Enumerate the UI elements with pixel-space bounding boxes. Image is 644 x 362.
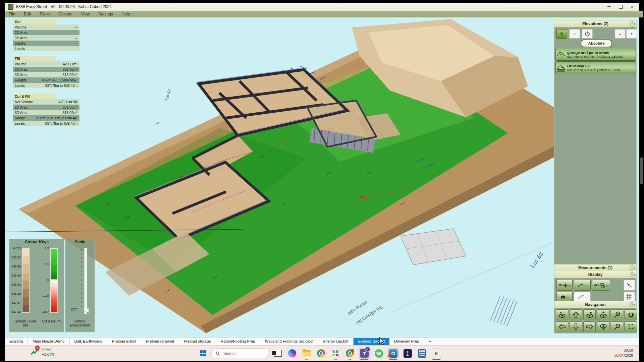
zoom-in-button[interactable] bbox=[611, 309, 623, 320]
start-button[interactable] bbox=[198, 348, 208, 359]
move-up-button[interactable]: ▲ bbox=[615, 29, 626, 39]
slope-profile-icon bbox=[578, 283, 584, 288]
toggle-elevation-button[interactable] bbox=[582, 29, 593, 39]
task-view-icon bbox=[274, 350, 282, 357]
minimize-button[interactable] bbox=[603, 3, 615, 10]
window-title: 6388 Easy Street - V9 - 09.03.26 - Kubla… bbox=[16, 4, 112, 9]
taskbar-clock[interactable]: 08:50 08/04/2026 bbox=[614, 348, 633, 358]
measurements-header[interactable]: Measurements (1) bbox=[554, 264, 636, 272]
menu-settings[interactable]: Settings bbox=[98, 12, 113, 16]
line-node-icon bbox=[626, 282, 632, 288]
add-tab-button[interactable]: + bbox=[424, 338, 436, 345]
clock-time: 08:50 bbox=[614, 348, 633, 353]
cut-fill-gradient bbox=[50, 248, 58, 313]
tab-radon-footing-prep[interactable]: Radon/Footing Prep bbox=[216, 338, 260, 345]
menu-view[interactable]: View bbox=[81, 12, 90, 16]
add-icon: + bbox=[560, 31, 564, 38]
chrome-profile-button[interactable] bbox=[344, 348, 356, 359]
menu-edit[interactable]: Edit bbox=[24, 12, 31, 16]
orbit-down-icon bbox=[599, 323, 607, 330]
teams-button[interactable]: T 4 bbox=[359, 348, 370, 359]
tab-interior-backfill[interactable]: Interior Backfill bbox=[318, 338, 353, 345]
tab-bulk-earthworks[interactable]: Bulk Earthworks bbox=[70, 338, 107, 345]
slack-button[interactable] bbox=[330, 348, 341, 359]
whatsapp-button[interactable]: ☎ bbox=[373, 348, 384, 359]
grid-icon bbox=[626, 294, 632, 300]
absolute-mode-badge[interactable]: Absolute bbox=[581, 40, 612, 47]
arrow-right-icon bbox=[586, 324, 593, 329]
collapse-display-icon[interactable] bbox=[630, 272, 635, 277]
display-header[interactable]: Display bbox=[554, 271, 636, 278]
menu-file[interactable]: File bbox=[9, 12, 15, 16]
display-linework-button[interactable] bbox=[624, 280, 635, 291]
search-icon bbox=[216, 351, 220, 356]
tab-preload-storage[interactable]: Preload storage bbox=[179, 338, 216, 345]
close-button[interactable]: × bbox=[626, 3, 638, 10]
orbit-right-button[interactable] bbox=[583, 309, 596, 320]
menu-colours[interactable]: Colours bbox=[58, 12, 72, 16]
restore-button[interactable] bbox=[615, 3, 626, 10]
pan-left-button[interactable] bbox=[556, 321, 568, 332]
viewport-3d[interactable]: Lot 48 Lot 50 SHED aen Kwan nd Design In… bbox=[5, 17, 639, 338]
tab-existing[interactable]: Existing bbox=[5, 338, 28, 345]
delete-elevation-button[interactable]: × bbox=[569, 29, 580, 39]
colour-keys-title: Colour Keys bbox=[9, 239, 64, 245]
zoom-out-button[interactable] bbox=[611, 321, 623, 332]
tab-main-house-demo[interactable]: Main House Demo bbox=[28, 338, 69, 345]
slider-thumb[interactable] bbox=[84, 308, 89, 313]
tab-preload-install[interactable]: Preload install bbox=[107, 338, 141, 345]
move-down-button[interactable]: ▼ bbox=[626, 29, 637, 39]
tab-preload-removal[interactable]: Preload removal bbox=[141, 338, 179, 345]
pan-up-button[interactable] bbox=[570, 309, 582, 320]
collapse-elevations-icon[interactable] bbox=[630, 21, 635, 26]
elevations-header[interactable]: Elevations (2) bbox=[554, 20, 636, 27]
elevation-layer-icon bbox=[556, 50, 566, 59]
expand-measurements-icon[interactable] bbox=[630, 265, 635, 270]
collapse-navigation-icon[interactable] bbox=[630, 302, 635, 307]
utility-app-button[interactable] bbox=[402, 348, 413, 359]
display-3d-mode-button[interactable]: 3D bbox=[556, 280, 573, 291]
add-elevation-button[interactable]: + bbox=[556, 29, 567, 39]
orbit-left-icon bbox=[558, 311, 566, 318]
tab-driveway-prep[interactable]: Driveway Prep bbox=[389, 338, 424, 345]
orbit-left-button[interactable] bbox=[556, 309, 568, 320]
slack-icon bbox=[331, 349, 339, 357]
chrome-button[interactable] bbox=[315, 348, 327, 359]
display-sections-button[interactable] bbox=[574, 280, 591, 291]
pan-down-button[interactable] bbox=[570, 321, 582, 332]
window-controls: × bbox=[603, 3, 638, 10]
kubla-cubed-button[interactable]: K bbox=[431, 348, 442, 359]
file-explorer-button[interactable] bbox=[301, 348, 312, 359]
orbit-up-button[interactable] bbox=[597, 309, 609, 320]
ground-levels-caption: Ground Levels (m) bbox=[12, 319, 39, 327]
menu-help[interactable]: Help bbox=[122, 12, 130, 16]
stock-change: +2.83% bbox=[42, 352, 55, 357]
cut-fill-stats-table: Cut & Fill Net Volume420.11m³ fill 2D Ar… bbox=[13, 94, 79, 126]
zoom-extents-button[interactable] bbox=[625, 309, 637, 320]
tab-walls-and-footings[interactable]: Walls and Footings (no calc) bbox=[260, 338, 319, 345]
display-all-layers-button[interactable]: ALL bbox=[592, 280, 610, 291]
lot-50-label: Lot 50 bbox=[529, 251, 545, 269]
zoom-window-button[interactable] bbox=[625, 321, 637, 332]
elevation-item-garage[interactable]: garage and patio areas 637.78m to 637.78… bbox=[555, 48, 636, 61]
search-input[interactable] bbox=[223, 351, 264, 356]
orbit-down-button[interactable] bbox=[597, 321, 609, 332]
pan-right-button[interactable] bbox=[583, 321, 596, 332]
vertical-exaggeration-slider[interactable] bbox=[84, 248, 87, 314]
fill-stats-title: Fill bbox=[13, 56, 56, 61]
copilot-button[interactable] bbox=[286, 348, 298, 359]
calculator-button[interactable] bbox=[416, 348, 428, 359]
windows-taskbar: 2 SPYG +2.83% T bbox=[5, 345, 639, 361]
navigation-header[interactable]: Navigation bbox=[554, 301, 636, 308]
outlook-button[interactable]: O bbox=[387, 348, 399, 359]
dropdown-chevron-icon bbox=[585, 284, 587, 286]
title-block-text-lines bbox=[490, 296, 517, 326]
taskbar-search[interactable] bbox=[211, 348, 269, 358]
elevation-item-driveway[interactable]: Driveway FG 639.11m to 639.58m | Offset … bbox=[555, 61, 636, 74]
menu-plans[interactable]: Plans bbox=[40, 12, 50, 16]
stock-widget[interactable]: 2 SPYG +2.83% bbox=[31, 347, 55, 357]
vertical-exaggeration-caption: Vertical Exaggeration bbox=[67, 319, 92, 327]
zoom-window-icon bbox=[628, 323, 634, 330]
dropdown-chevron-icon bbox=[567, 296, 569, 298]
task-view-button[interactable] bbox=[272, 348, 283, 359]
